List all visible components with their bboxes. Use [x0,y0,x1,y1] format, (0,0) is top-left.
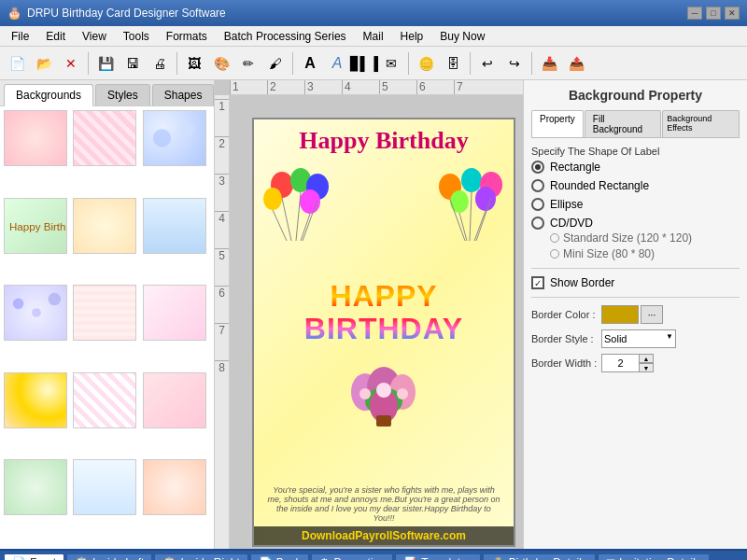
bg-thumb-5[interactable] [73,198,136,254]
pen-button[interactable]: ✏ [235,50,261,77]
close-doc-button[interactable]: ✕ [58,50,84,77]
tab-shapes[interactable]: Shapes [152,84,215,105]
border-style-select[interactable]: Solid Dashed Dotted Double [601,329,676,348]
brush-button[interactable]: 🖌 [262,50,289,77]
ruler-mark: 3 [215,174,229,211]
symbol-button[interactable]: ✉ [378,50,404,77]
redo-button[interactable]: ↪ [501,50,528,77]
show-border-checkbox[interactable] [531,276,544,289]
inside-left-icon: 📋 [75,556,89,560]
clipart-button[interactable]: 🎨 [208,50,234,77]
menu-view[interactable]: View [75,28,114,45]
tab-templates[interactable]: 📑 Templates [395,553,481,560]
tab-birthday-details[interactable]: 🎂 Birthday Details [483,553,596,560]
radio-rounded-rectangle[interactable]: Rounded Rectangle [531,179,740,192]
bg-thumb-8[interactable] [73,285,136,341]
tab-styles[interactable]: Styles [95,84,150,105]
svg-point-3 [13,299,24,310]
menu-formats[interactable]: Formats [159,28,215,45]
ruler-mark: 6 [416,80,454,94]
print-button[interactable]: 🖨 [147,50,173,77]
card-body-text: You're special, you're a sister who figh… [254,483,514,525]
bg-thumb-1[interactable] [4,110,67,166]
radio-rectangle-label: Rectangle [550,161,600,174]
wordart-button[interactable]: A [324,50,350,77]
size-mini[interactable]: Mini Size (80 * 80) [550,247,740,260]
import-button[interactable]: 📥 [536,50,562,77]
tab-background-effects[interactable]: Background Effects [662,110,740,137]
svg-point-0 [152,129,170,147]
bg-thumb-6[interactable] [143,198,206,254]
svg-line-22 [470,192,472,241]
ruler-mark: 4 [215,211,229,248]
toolbar-sep-2 [176,52,177,75]
property-tabs: Property Fill Background Background Effe… [531,110,740,138]
menu-edit[interactable]: Edit [38,28,73,45]
radio-ellipse[interactable]: Ellipse [531,198,740,211]
svg-line-15 [301,214,310,241]
menu-batch-processing-series[interactable]: Batch Processing Series [217,28,354,45]
bg-thumb-12[interactable] [143,372,206,428]
left-panel: Backgrounds Styles Shapes Happy Birthday [0,80,215,549]
bg-thumb-13[interactable] [4,459,67,515]
radio-rectangle[interactable]: Rectangle [531,161,740,174]
tab-backgrounds[interactable]: Backgrounds [4,84,93,106]
toolbar-sep-1 [88,52,89,75]
bg-thumb-11[interactable] [73,372,136,428]
new-button[interactable]: 📄 [4,50,30,77]
text-button[interactable]: A [297,50,323,77]
tab-properties[interactable]: ⚙ Properties [311,553,393,560]
size-standard-circle [550,233,559,243]
right-panel-title: Background Property [531,88,740,103]
maximize-button[interactable]: □ [706,7,721,20]
db-button[interactable]: 🗄 [440,50,466,77]
border-width-spinner: ▲ ▼ [639,354,654,372]
export-button[interactable]: 📤 [563,50,589,77]
card-canvas[interactable]: Happy Birthday [252,118,515,547]
shape-radio-group: Rectangle Rounded Rectangle Ellipse CD/D… [531,161,740,260]
tab-front[interactable]: 📄 Front [4,553,64,560]
ruler-mark: 3 [304,80,342,94]
tab-back[interactable]: 📄 Back [250,553,310,560]
toolbar-sep-3 [292,52,293,75]
border-width-up[interactable]: ▲ [639,354,654,363]
tab-property[interactable]: Property [531,110,584,137]
happy-bday-text: HAPPYBIRTHDAY [254,280,514,345]
save-button[interactable]: 💾 [92,50,119,77]
size-standard[interactable]: Standard Size (120 * 120) [550,231,740,245]
tab-fill-background[interactable]: Fill Background [585,110,661,137]
border-color-picker-button[interactable]: ··· [641,305,663,324]
coin-button[interactable]: 🪙 [413,50,439,77]
bg-thumb-9[interactable] [143,285,206,341]
barcode-button[interactable]: ▊▌▐ [351,50,377,77]
menu-file[interactable]: File [4,28,36,45]
image-button[interactable]: 🖼 [181,50,207,77]
undo-button[interactable]: ↩ [474,50,500,77]
menu-buy-now[interactable]: Buy Now [432,28,492,45]
radio-cd-dvd[interactable]: CD/DVD [531,217,740,230]
tab-invitation-details[interactable]: ✉ Invitation Details [598,553,710,560]
bg-thumb-3[interactable] [143,110,206,166]
toolbar-sep-4 [408,52,409,75]
border-width-input[interactable] [601,354,639,372]
menu-tools[interactable]: Tools [116,28,157,45]
bg-thumb-15[interactable] [143,459,206,515]
menu-help[interactable]: Help [393,28,431,45]
save-as-button[interactable]: 🖫 [120,50,146,77]
svg-line-25 [474,211,486,241]
open-button[interactable]: 📂 [31,50,57,77]
tab-inside-right[interactable]: 📋 Inside Right [154,553,247,560]
border-color-swatch[interactable] [601,305,639,324]
tab-inside-left[interactable]: 📋 Inside Left [66,553,152,560]
bg-thumb-7[interactable] [4,285,67,341]
bg-thumb-4[interactable]: Happy Birthday [4,198,67,254]
bg-thumb-10[interactable] [4,372,67,428]
menu-mail[interactable]: Mail [356,28,391,45]
close-button[interactable]: ✕ [725,7,740,20]
minimize-button[interactable]: ─ [687,7,702,20]
bg-thumb-2[interactable] [73,110,136,166]
border-width-down[interactable]: ▼ [639,363,654,372]
bg-thumb-14[interactable] [73,459,136,515]
back-icon: 📄 [259,556,273,560]
ruler-mark: 8 [215,360,229,398]
